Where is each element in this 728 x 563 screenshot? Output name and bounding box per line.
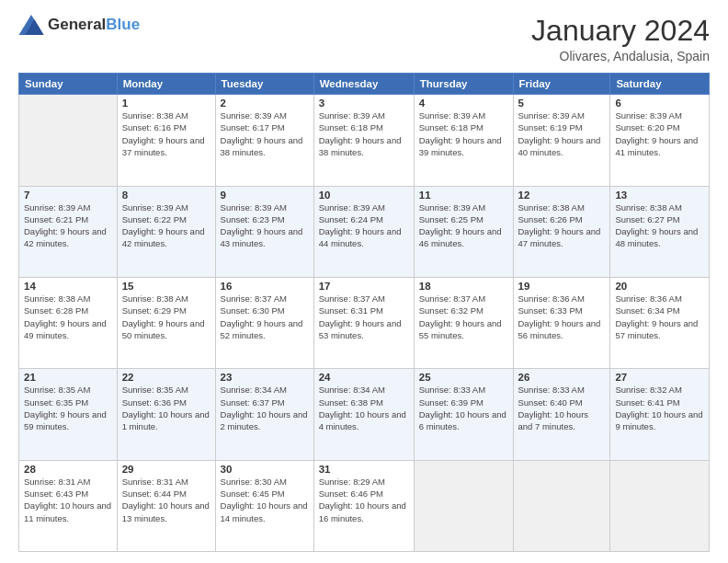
day-cell: 10Sunrise: 8:39 AMSunset: 6:24 PMDayligh…: [313, 186, 414, 277]
day-info: Sunrise: 8:34 AMSunset: 6:38 PMDaylight:…: [319, 384, 409, 432]
day-info: Sunrise: 8:39 AMSunset: 6:25 PMDaylight:…: [419, 201, 508, 250]
day-cell: 8Sunrise: 8:39 AMSunset: 6:22 PMDaylight…: [117, 186, 215, 277]
day-cell: 27Sunrise: 8:32 AMSunset: 6:41 PMDayligh…: [610, 369, 710, 460]
day-cell: [610, 460, 710, 551]
day-cell: 20Sunrise: 8:36 AMSunset: 6:34 PMDayligh…: [610, 277, 710, 368]
day-cell: 11Sunrise: 8:39 AMSunset: 6:25 PMDayligh…: [414, 186, 513, 277]
day-number: 17: [319, 281, 409, 292]
day-info: Sunrise: 8:39 AMSunset: 6:19 PMDaylight:…: [518, 109, 606, 158]
day-number: 22: [122, 372, 210, 383]
day-number: 23: [221, 372, 309, 383]
day-number: 26: [518, 372, 606, 383]
day-info: Sunrise: 8:38 AMSunset: 6:26 PMDaylight:…: [518, 201, 606, 250]
day-cell: 21Sunrise: 8:35 AMSunset: 6:35 PMDayligh…: [19, 369, 118, 460]
weekday-header-sunday: Sunday: [19, 74, 118, 95]
day-number: 18: [419, 281, 508, 292]
day-number: 19: [518, 281, 606, 292]
day-info: Sunrise: 8:38 AMSunset: 6:16 PMDaylight:…: [122, 109, 210, 158]
day-info: Sunrise: 8:36 AMSunset: 6:33 PMDaylight:…: [518, 293, 606, 341]
day-info: Sunrise: 8:35 AMSunset: 6:35 PMDaylight:…: [24, 384, 112, 432]
day-info: Sunrise: 8:37 AMSunset: 6:30 PMDaylight:…: [221, 293, 309, 341]
day-cell: 18Sunrise: 8:37 AMSunset: 6:32 PMDayligh…: [414, 277, 513, 368]
day-number: 10: [319, 190, 409, 201]
weekday-header-tuesday: Tuesday: [215, 74, 313, 95]
day-cell: 28Sunrise: 8:31 AMSunset: 6:43 PMDayligh…: [19, 460, 118, 551]
day-number: 5: [518, 98, 606, 109]
day-cell: 12Sunrise: 8:38 AMSunset: 6:26 PMDayligh…: [513, 186, 610, 277]
day-info: Sunrise: 8:39 AMSunset: 6:18 PMDaylight:…: [319, 109, 409, 158]
day-number: 11: [419, 190, 508, 201]
day-cell: 14Sunrise: 8:38 AMSunset: 6:28 PMDayligh…: [19, 277, 118, 368]
day-info: Sunrise: 8:37 AMSunset: 6:32 PMDaylight:…: [419, 293, 508, 341]
day-number: 31: [319, 464, 409, 475]
day-cell: 25Sunrise: 8:33 AMSunset: 6:39 PMDayligh…: [414, 369, 513, 460]
day-cell: 15Sunrise: 8:38 AMSunset: 6:29 PMDayligh…: [117, 277, 215, 368]
weekday-header-thursday: Thursday: [414, 74, 513, 95]
weekday-header-friday: Friday: [513, 74, 610, 95]
logo-general: General: [48, 16, 106, 33]
day-info: Sunrise: 8:39 AMSunset: 6:22 PMDaylight:…: [122, 201, 210, 250]
day-info: Sunrise: 8:32 AMSunset: 6:41 PMDaylight:…: [615, 384, 704, 432]
day-cell: 2Sunrise: 8:39 AMSunset: 6:17 PMDaylight…: [215, 95, 313, 186]
day-info: Sunrise: 8:39 AMSunset: 6:20 PMDaylight:…: [615, 109, 704, 158]
day-number: 15: [122, 281, 210, 292]
day-number: 6: [615, 98, 704, 109]
day-number: 30: [221, 464, 309, 475]
day-cell: 30Sunrise: 8:30 AMSunset: 6:45 PMDayligh…: [215, 460, 313, 551]
day-number: 8: [122, 190, 210, 201]
day-number: 20: [615, 281, 704, 292]
day-info: Sunrise: 8:39 AMSunset: 6:23 PMDaylight:…: [221, 201, 309, 250]
day-cell: 22Sunrise: 8:35 AMSunset: 6:36 PMDayligh…: [117, 369, 215, 460]
page: GeneralBlue January 2024 Olivares, Andal…: [0, 0, 728, 563]
day-number: 9: [221, 190, 309, 201]
day-info: Sunrise: 8:38 AMSunset: 6:27 PMDaylight:…: [615, 201, 704, 250]
day-number: 13: [615, 190, 704, 201]
day-number: 27: [615, 372, 704, 383]
day-number: 1: [122, 98, 210, 109]
day-cell: [19, 95, 118, 186]
day-info: Sunrise: 8:36 AMSunset: 6:34 PMDaylight:…: [615, 293, 704, 341]
logo: GeneralBlue: [18, 15, 140, 35]
day-cell: [513, 460, 610, 551]
day-info: Sunrise: 8:39 AMSunset: 6:17 PMDaylight:…: [221, 109, 309, 158]
day-cell: 16Sunrise: 8:37 AMSunset: 6:30 PMDayligh…: [215, 277, 313, 368]
day-cell: 29Sunrise: 8:31 AMSunset: 6:44 PMDayligh…: [117, 460, 215, 551]
week-row-2: 7Sunrise: 8:39 AMSunset: 6:21 PMDaylight…: [19, 186, 710, 277]
day-info: Sunrise: 8:37 AMSunset: 6:31 PMDaylight:…: [319, 293, 409, 341]
day-info: Sunrise: 8:39 AMSunset: 6:18 PMDaylight:…: [419, 109, 508, 158]
day-info: Sunrise: 8:39 AMSunset: 6:24 PMDaylight:…: [319, 201, 409, 250]
logo-icon: [18, 15, 44, 35]
day-info: Sunrise: 8:29 AMSunset: 6:46 PMDaylight:…: [319, 476, 409, 524]
day-info: Sunrise: 8:39 AMSunset: 6:21 PMDaylight:…: [24, 201, 112, 250]
day-info: Sunrise: 8:33 AMSunset: 6:39 PMDaylight:…: [419, 384, 508, 432]
day-cell: 6Sunrise: 8:39 AMSunset: 6:20 PMDaylight…: [610, 95, 710, 186]
day-cell: 17Sunrise: 8:37 AMSunset: 6:31 PMDayligh…: [313, 277, 414, 368]
week-row-4: 21Sunrise: 8:35 AMSunset: 6:35 PMDayligh…: [19, 369, 710, 460]
day-cell: 7Sunrise: 8:39 AMSunset: 6:21 PMDaylight…: [19, 186, 118, 277]
day-cell: 4Sunrise: 8:39 AMSunset: 6:18 PMDaylight…: [414, 95, 513, 186]
day-cell: 9Sunrise: 8:39 AMSunset: 6:23 PMDaylight…: [215, 186, 313, 277]
day-cell: 19Sunrise: 8:36 AMSunset: 6:33 PMDayligh…: [513, 277, 610, 368]
week-row-3: 14Sunrise: 8:38 AMSunset: 6:28 PMDayligh…: [19, 277, 710, 368]
day-number: 16: [221, 281, 309, 292]
weekday-header-monday: Monday: [117, 74, 215, 95]
day-number: 3: [319, 98, 409, 109]
day-cell: 3Sunrise: 8:39 AMSunset: 6:18 PMDaylight…: [313, 95, 414, 186]
day-cell: 24Sunrise: 8:34 AMSunset: 6:38 PMDayligh…: [313, 369, 414, 460]
weekday-header-row: SundayMondayTuesdayWednesdayThursdayFrid…: [19, 74, 710, 95]
logo-blue: Blue: [106, 16, 140, 33]
week-row-1: 1Sunrise: 8:38 AMSunset: 6:16 PMDaylight…: [19, 95, 710, 186]
day-number: 2: [221, 98, 309, 109]
location-title: Olivares, Andalusia, Spain: [531, 49, 710, 63]
calendar-table: SundayMondayTuesdayWednesdayThursdayFrid…: [18, 73, 710, 552]
day-info: Sunrise: 8:34 AMSunset: 6:37 PMDaylight:…: [221, 384, 309, 432]
week-row-5: 28Sunrise: 8:31 AMSunset: 6:43 PMDayligh…: [19, 460, 710, 551]
day-cell: 31Sunrise: 8:29 AMSunset: 6:46 PMDayligh…: [313, 460, 414, 551]
day-info: Sunrise: 8:30 AMSunset: 6:45 PMDaylight:…: [221, 476, 309, 524]
header: GeneralBlue January 2024 Olivares, Andal…: [18, 15, 710, 63]
day-info: Sunrise: 8:31 AMSunset: 6:43 PMDaylight:…: [24, 476, 112, 524]
day-number: 24: [319, 372, 409, 383]
day-cell: 1Sunrise: 8:38 AMSunset: 6:16 PMDaylight…: [117, 95, 215, 186]
day-number: 7: [24, 190, 112, 201]
day-info: Sunrise: 8:31 AMSunset: 6:44 PMDaylight:…: [122, 476, 210, 524]
